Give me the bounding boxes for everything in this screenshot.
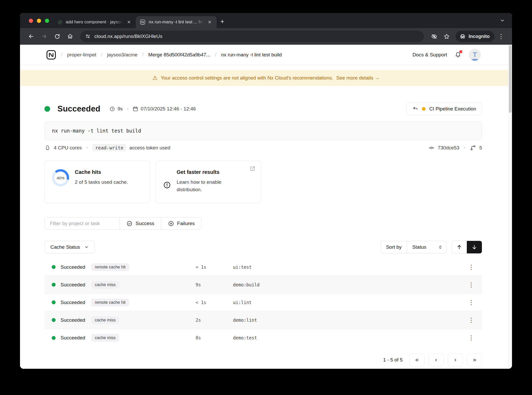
row-task[interactable]: ui:test <box>233 265 252 270</box>
cache-status-label: Cache Status <box>50 244 80 250</box>
next-page-button[interactable]: › <box>448 353 463 366</box>
x-circle-icon <box>168 221 174 227</box>
tab-nx-run[interactable]: nx run-many -t lint test ... fro ✕ <box>136 16 217 28</box>
maximize-window-button[interactable] <box>45 19 49 23</box>
first-page-button[interactable]: « <box>409 353 424 366</box>
last-page-button[interactable]: » <box>467 353 482 366</box>
breadcrumb-run[interactable]: nx run-many -t lint test build <box>221 52 282 58</box>
sort-direction-toggle <box>451 241 482 254</box>
row-task[interactable]: demo:test <box>233 335 257 340</box>
scrollbar-thumb[interactable] <box>509 45 511 113</box>
branch-count[interactable]: 5 <box>479 145 482 151</box>
nx-logo-icon[interactable] <box>46 50 56 60</box>
avatar[interactable]: T <box>469 49 481 61</box>
banner-see-more-link[interactable]: See more details → <box>336 75 380 81</box>
warning-icon: ⚠ <box>152 75 158 81</box>
commit-sha[interactable]: 730dce53 <box>438 145 459 151</box>
access-token-suffix: access token used <box>129 145 170 151</box>
row-menu-button[interactable]: ⋮ <box>466 334 476 342</box>
incognito-icon <box>459 33 466 40</box>
minimize-window-button[interactable] <box>37 19 41 23</box>
card-body: Learn how to enable distribution. <box>177 178 236 194</box>
site-settings-icon[interactable] <box>85 34 91 39</box>
home-button[interactable] <box>65 31 76 42</box>
status-dot <box>52 336 56 340</box>
url-text[interactable]: cloud.nx.app/runs/BkIXGHleUs <box>94 34 162 39</box>
notifications-button[interactable] <box>454 51 462 58</box>
filter-failures-button[interactable]: Failures <box>161 218 202 229</box>
table-row[interactable]: Succeeded cache miss 2s demo:lint ⋮ <box>44 311 482 329</box>
ci-pipeline-execution-button[interactable]: CI Pipeline Execution <box>407 103 482 115</box>
table-row[interactable]: Succeeded remote cache hit < 1s ui:test … <box>44 258 482 276</box>
close-tab-icon[interactable]: ✕ <box>126 19 132 25</box>
faster-results-card[interactable]: Get faster results Learn how to enable d… <box>156 161 261 203</box>
pipeline-status-dot <box>422 107 425 111</box>
docs-support-link[interactable]: Docs & Support <box>413 52 447 58</box>
check-status-icon <box>57 19 63 25</box>
cache-badge: remote cache hit <box>91 263 129 271</box>
filter-failures-label: Failures <box>177 221 195 226</box>
row-status: Succeeded <box>61 317 85 323</box>
table-row[interactable]: Succeeded cache miss 8s demo:test ⋮ <box>44 329 482 347</box>
status-dot <box>44 106 50 112</box>
window-controls[interactable] <box>29 19 49 23</box>
tab-search-button[interactable] <box>500 18 505 23</box>
row-status: Succeeded <box>61 300 85 305</box>
cpu-cores: 4 CPU cores <box>54 145 82 151</box>
forward-button[interactable] <box>39 31 50 42</box>
cache-status-dropdown[interactable]: Cache Status <box>44 241 95 253</box>
row-duration: < 1s <box>196 300 206 305</box>
clock-icon <box>109 106 115 112</box>
breadcrumb-separator: / <box>142 52 144 58</box>
row-status: Succeeded <box>61 264 85 270</box>
prev-page-button[interactable]: ‹ <box>429 353 444 366</box>
filter-input[interactable] <box>45 218 119 229</box>
row-task[interactable]: demo:lint <box>233 318 257 323</box>
notification-dot <box>459 50 462 53</box>
arrow-down-icon <box>471 244 477 250</box>
reload-button[interactable] <box>52 31 63 42</box>
url-bar[interactable]: cloud.nx.app/runs/BkIXGHleUs <box>80 31 424 42</box>
calendar-icon <box>132 106 138 112</box>
new-tab-button[interactable]: + <box>220 17 224 25</box>
cache-hits-card: 40% Cache hits 2 of 5 tasks used cache. <box>44 161 150 203</box>
eye-slash-icon[interactable] <box>429 31 440 42</box>
select-chevrons-icon <box>438 245 442 249</box>
task-filter-group: Success Failures <box>44 217 202 230</box>
close-window-button[interactable] <box>29 19 33 23</box>
row-duration: < 1s <box>196 265 206 270</box>
breadcrumb-workspace[interactable]: proper-limpet <box>67 52 96 58</box>
sort-ascending-button[interactable] <box>452 241 467 253</box>
row-status: Succeeded <box>61 335 85 341</box>
breadcrumb: / proper-limpet / jaysoo3/acme / Merge 8… <box>46 50 413 60</box>
table-row[interactable]: Succeeded remote cache hit < 1s ui:lint … <box>44 294 482 311</box>
breadcrumb-repo[interactable]: jaysoo3/acme <box>107 52 137 58</box>
row-menu-button[interactable]: ⋮ <box>466 316 476 324</box>
arrow-up-icon <box>456 244 462 250</box>
cache-badge: remote cache hit <box>91 299 129 306</box>
row-duration: 9s <box>196 282 201 287</box>
filter-success-button[interactable]: Success <box>119 218 161 229</box>
browser-toolbar: cloud.nx.app/runs/BkIXGHleUs Incognito ⋮ <box>20 28 512 45</box>
close-tab-icon[interactable]: ✕ <box>207 19 212 25</box>
sort-descending-button[interactable] <box>467 241 482 253</box>
sort-control: Sort by Status <box>381 241 447 253</box>
row-task[interactable]: demo:build <box>233 282 260 287</box>
sort-field-select[interactable]: Status <box>407 241 447 253</box>
row-task[interactable]: ui:lint <box>233 300 252 305</box>
cache-badge: cache miss <box>91 334 119 342</box>
tab-pull-request[interactable]: add hero component · jaysoo ✕ <box>54 16 136 28</box>
filter-success-label: Success <box>136 221 154 226</box>
row-menu-button[interactable]: ⋮ <box>466 298 476 307</box>
row-menu-button[interactable]: ⋮ <box>466 263 476 271</box>
page-scrollbar[interactable] <box>508 45 512 369</box>
table-row[interactable]: Succeeded cache miss 9s demo:build ⋮ <box>44 276 482 294</box>
breadcrumb-separator: / <box>215 52 217 58</box>
external-link-icon[interactable] <box>249 166 256 172</box>
bookmark-star-icon[interactable] <box>441 31 452 42</box>
breadcrumb-merge[interactable]: Merge 85d500f42d5a9b47... <box>148 52 210 58</box>
browser-menu-button[interactable]: ⋮ <box>496 33 506 40</box>
linux-icon <box>44 145 51 151</box>
row-menu-button[interactable]: ⋮ <box>466 281 476 289</box>
back-button[interactable] <box>26 31 37 42</box>
